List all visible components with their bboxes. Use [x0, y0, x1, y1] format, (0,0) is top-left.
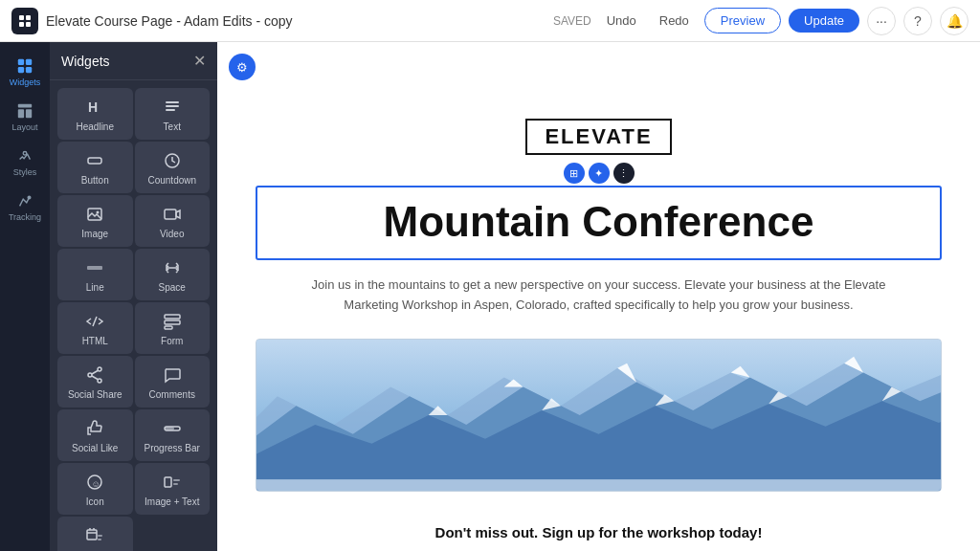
svg-rect-21	[165, 209, 176, 219]
widget-countdown-label: Countdown	[147, 175, 196, 186]
svg-point-12	[28, 196, 31, 199]
svg-rect-4	[18, 59, 24, 65]
svg-rect-38	[98, 539, 101, 540]
subtext-block: Join us in the mountains to get a new pe…	[217, 260, 980, 323]
widgets-panel: Widgets ✕ H Headline Text Button Countd	[50, 42, 217, 551]
svg-rect-35	[173, 483, 178, 485]
topbar-left: Elevate Course Page - Adam Edits - copy	[11, 8, 293, 34]
selection-handles: ⊞ ✦ ⋮	[564, 163, 635, 184]
widgets-panel-title: Widgets	[61, 54, 110, 69]
svg-rect-1	[26, 15, 31, 20]
widget-comments[interactable]: Comments	[135, 356, 211, 408]
svg-rect-33	[165, 477, 171, 487]
widget-icon-label: Icon	[86, 496, 104, 507]
headline-block[interactable]: Mountain Conference	[256, 186, 942, 260]
app-logo	[11, 8, 38, 34]
undo-button[interactable]: Undo	[599, 10, 644, 32]
widget-button[interactable]: Button	[57, 142, 133, 193]
svg-point-27	[88, 373, 92, 377]
headline-text: Mountain Conference	[257, 187, 940, 258]
update-button[interactable]: Update	[789, 9, 859, 33]
svg-point-28	[98, 379, 101, 383]
main-layout: Widgets Layout Styles Tracking Widgets ✕…	[0, 42, 980, 551]
svg-rect-2	[19, 22, 24, 27]
widget-html[interactable]: HTML	[57, 302, 133, 354]
sidebar-item-styles-label: Styles	[13, 167, 37, 177]
svg-rect-15	[166, 105, 179, 107]
sidebar-item-styles[interactable]: Styles	[0, 140, 50, 185]
sidebar-item-layout-label: Layout	[11, 122, 37, 132]
widgets-grid: H Headline Text Button Countdown Image	[50, 80, 217, 551]
widget-icon[interactable]: ☺ Icon	[57, 463, 133, 515]
widget-progress-bar[interactable]: Progress Bar	[135, 409, 211, 461]
widget-space[interactable]: Space	[135, 249, 211, 300]
help-button[interactable]: ?	[903, 7, 932, 35]
svg-rect-0	[19, 15, 24, 20]
widget-headline[interactable]: H Headline	[57, 88, 133, 140]
mountain-image-block[interactable]	[256, 339, 942, 492]
preview-button[interactable]: Preview	[704, 8, 781, 33]
widget-video[interactable]: Video	[135, 195, 211, 247]
svg-point-20	[97, 211, 100, 214]
widget-form[interactable]: Form	[135, 302, 211, 354]
canvas-area: ⚙ ELEVATE ⊞ ✦ ⋮ Mountain Conference Join…	[217, 42, 980, 551]
widget-line[interactable]: Line	[57, 249, 133, 300]
mountain-svg	[256, 340, 941, 491]
widget-countdown[interactable]: Countdown	[135, 142, 211, 193]
elevate-logo-block: ELEVATE	[217, 42, 980, 163]
svg-rect-10	[26, 109, 32, 118]
svg-rect-3	[26, 22, 31, 27]
handle-more[interactable]: ⋮	[613, 163, 635, 184]
widgets-header: Widgets ✕	[50, 42, 217, 80]
widget-social-like[interactable]: Social Like	[57, 409, 133, 461]
sidebar-item-widgets-label: Widgets	[10, 77, 41, 87]
widget-image-label: Image	[81, 229, 108, 239]
svg-rect-17	[88, 158, 101, 164]
svg-rect-30	[165, 427, 174, 430]
widget-video-label: Video	[160, 229, 184, 239]
widget-calendar-text[interactable]: Calendar + Text	[57, 517, 133, 551]
sidebar-item-tracking-label: Tracking	[9, 212, 41, 222]
widget-html-label: HTML	[82, 336, 108, 346]
widget-text-label: Text	[164, 121, 181, 132]
canvas-content: ⚙ ELEVATE ⊞ ✦ ⋮ Mountain Conference Join…	[217, 42, 980, 551]
left-nav: Widgets Layout Styles Tracking	[0, 42, 50, 551]
topbar: Elevate Course Page - Adam Edits - copy …	[0, 0, 980, 42]
widget-progress-bar-label: Progress Bar	[145, 443, 200, 453]
handle-move[interactable]: ✦	[589, 163, 610, 184]
redo-button[interactable]: Redo	[652, 10, 697, 32]
handle-resize[interactable]: ⊞	[564, 163, 585, 184]
svg-point-26	[98, 367, 101, 371]
svg-rect-36	[87, 530, 97, 540]
sidebar-item-widgets[interactable]: Widgets	[0, 50, 50, 95]
svg-rect-24	[165, 320, 180, 324]
elevate-logo-text: ELEVATE	[525, 119, 671, 155]
notifications-button[interactable]: 🔔	[940, 7, 969, 35]
widget-comments-label: Comments	[149, 389, 195, 400]
svg-rect-7	[26, 67, 32, 73]
widget-image[interactable]: Image	[57, 195, 133, 247]
canvas-gear-button[interactable]: ⚙	[229, 54, 256, 80]
bottom-text: Don't miss out. Sign up for the workshop…	[217, 507, 980, 551]
more-options-button[interactable]: ···	[867, 7, 896, 35]
widget-button-label: Button	[81, 175, 109, 186]
widgets-close-button[interactable]: ✕	[193, 52, 206, 70]
sidebar-item-tracking[interactable]: Tracking	[0, 185, 50, 230]
widget-space-label: Space	[159, 282, 186, 293]
svg-rect-22	[87, 266, 102, 270]
widget-text[interactable]: Text	[135, 88, 211, 140]
svg-rect-52	[256, 479, 941, 491]
svg-rect-34	[173, 479, 180, 481]
svg-rect-23	[165, 315, 180, 319]
widget-social-share[interactable]: Social Share	[57, 356, 133, 408]
widget-social-share-label: Social Share	[68, 389, 122, 400]
svg-point-11	[23, 152, 27, 156]
canvas-settings: ⚙	[229, 54, 256, 80]
page-title: Elevate Course Page - Adam Edits - copy	[46, 13, 293, 29]
svg-rect-9	[18, 109, 24, 118]
sidebar-item-layout[interactable]: Layout	[0, 95, 50, 140]
svg-rect-8	[18, 104, 32, 108]
svg-text:H: H	[88, 99, 98, 115]
widget-image-text[interactable]: Image + Text	[135, 463, 211, 515]
widget-social-like-label: Social Like	[72, 443, 118, 453]
